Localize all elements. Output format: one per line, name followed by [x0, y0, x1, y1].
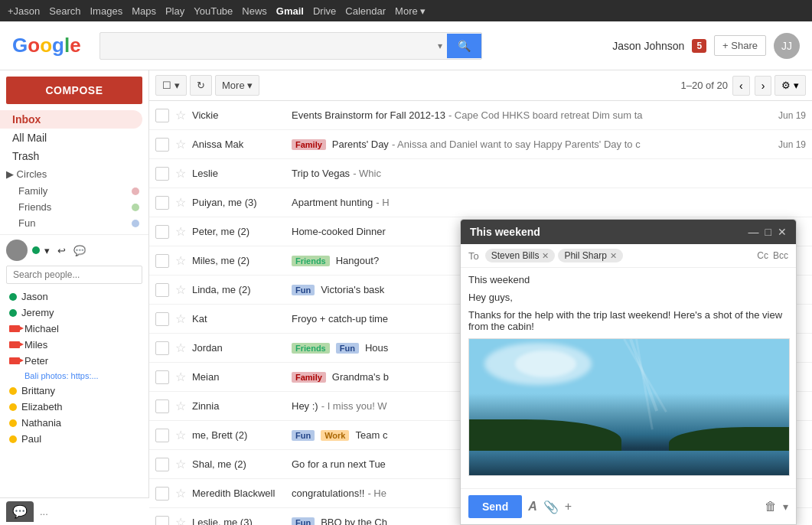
sidebar-circle-family[interactable]: Family [0, 183, 148, 199]
compose-button[interactable]: COMPOSE [6, 77, 142, 104]
nav-images[interactable]: Images [90, 5, 123, 17]
bcc-link[interactable]: Bcc [773, 250, 788, 261]
star-icon[interactable]: ☆ [175, 370, 186, 384]
star-icon[interactable]: ☆ [175, 166, 186, 181]
email-checkbox[interactable] [155, 399, 169, 413]
email-checkbox[interactable] [155, 458, 169, 471]
table-row[interactable]: ☆ Puiyan, me (3) Apartment hunting - H [149, 188, 812, 217]
email-checkbox[interactable] [155, 487, 169, 501]
insert-icon[interactable]: + [565, 500, 572, 514]
star-icon[interactable]: ☆ [175, 486, 186, 501]
search-dropdown[interactable]: ▾ [433, 41, 447, 51]
star-icon[interactable]: ☆ [175, 108, 186, 122]
nav-calendar[interactable]: Calendar [345, 5, 386, 17]
star-icon[interactable]: ☆ [175, 282, 186, 297]
share-button[interactable]: + Share [714, 35, 766, 56]
prev-page-button[interactable]: ‹ [732, 76, 750, 96]
email-checkbox[interactable] [155, 516, 169, 526]
status-arrow[interactable]: ▾ [44, 245, 50, 256]
peter-link[interactable]: Bali photos: https:... [9, 371, 139, 380]
sidebar-item-all-mail[interactable]: All Mail [0, 129, 142, 147]
email-checkbox[interactable] [155, 225, 169, 239]
star-icon[interactable]: ☆ [175, 515, 186, 525]
contact-brittany[interactable]: Brittany [6, 383, 142, 399]
more-options-button[interactable]: ▾ [783, 501, 788, 513]
sidebar-circle-friends[interactable]: Friends [0, 199, 148, 215]
email-subject: Parents' Day [332, 139, 389, 150]
search-input[interactable] [100, 33, 433, 59]
star-icon[interactable]: ☆ [175, 399, 186, 413]
contact-jason[interactable]: Jason [6, 289, 142, 305]
table-row[interactable]: ☆ Vickie Events Brainstorm for Fall 2012… [149, 101, 812, 130]
email-checkbox[interactable] [155, 138, 169, 152]
reply-icon[interactable]: ↩ [57, 245, 66, 256]
font-icon[interactable]: A [528, 500, 537, 514]
pagination-range: 1–20 of 20 [681, 80, 728, 91]
settings-button[interactable]: ⚙ ▾ [774, 75, 806, 96]
table-row[interactable]: ☆ Anissa Mak Family Parents' Day - Aniss… [149, 130, 812, 159]
nav-plus-jason[interactable]: +Jason [8, 5, 40, 17]
nav-play[interactable]: Play [165, 5, 184, 17]
contact-elizabeth[interactable]: Elizabeth [6, 399, 142, 415]
send-button[interactable]: Send [468, 495, 522, 518]
nav-gmail[interactable]: Gmail [276, 5, 304, 17]
nav-news[interactable]: News [242, 5, 267, 17]
sidebar-circle-fun[interactable]: Fun [0, 215, 148, 231]
remove-steven-button[interactable]: ✕ [542, 251, 549, 261]
star-icon[interactable]: ☆ [175, 224, 186, 239]
email-sender: Kat [192, 313, 292, 324]
sidebar-item-trash[interactable]: Trash [0, 147, 142, 165]
attach-icon[interactable]: 📎 [543, 500, 559, 514]
compose-header[interactable]: This weekend — □ ✕ [461, 220, 796, 244]
search-people-input[interactable] [6, 266, 142, 284]
remove-phil-button[interactable]: ✕ [610, 251, 617, 261]
more-actions-button[interactable]: More ▾ [215, 75, 259, 96]
star-icon[interactable]: ☆ [175, 195, 186, 210]
nav-drive[interactable]: Drive [313, 5, 336, 17]
star-icon[interactable]: ☆ [175, 137, 186, 152]
nav-more[interactable]: More ▾ [395, 5, 426, 17]
nav-youtube[interactable]: YouTube [194, 5, 233, 17]
maximize-button[interactable]: □ [765, 226, 771, 238]
star-icon[interactable]: ☆ [175, 457, 186, 471]
table-row[interactable]: ☆ Leslie Trip to Vegas - Whic [149, 159, 812, 188]
minimize-button[interactable]: — [748, 226, 759, 238]
contact-michael[interactable]: Michael [6, 321, 142, 337]
email-checkbox[interactable] [155, 283, 169, 297]
email-subject: Hey :) [292, 400, 318, 412]
chat-icon-button[interactable]: 💬 [6, 501, 34, 522]
contact-peter[interactable]: Peter Bali photos: https:... [6, 353, 142, 383]
star-icon[interactable]: ☆ [175, 311, 186, 326]
email-checkbox[interactable] [155, 429, 169, 442]
sidebar-item-inbox[interactable]: Inbox [0, 110, 142, 129]
cc-link[interactable]: Cc [757, 250, 768, 261]
email-checkbox[interactable] [155, 312, 169, 326]
star-icon[interactable]: ☆ [175, 341, 186, 355]
land-right [669, 427, 790, 454]
star-icon[interactable]: ☆ [175, 428, 186, 442]
email-checkbox[interactable] [155, 196, 169, 210]
contact-paul[interactable]: Paul [6, 431, 142, 447]
select-all-button[interactable]: ☐ ▾ [155, 75, 187, 96]
more-chat-button[interactable]: ... [40, 506, 48, 517]
contact-miles[interactable]: Miles [6, 337, 142, 353]
nav-search[interactable]: Search [49, 5, 80, 17]
search-button[interactable]: 🔍 [447, 34, 481, 58]
email-checkbox[interactable] [155, 370, 169, 384]
email-checkbox[interactable] [155, 341, 169, 355]
delete-button[interactable]: 🗑 [765, 500, 777, 514]
close-compose-button[interactable]: ✕ [778, 226, 787, 238]
refresh-button[interactable]: ↻ [190, 75, 212, 96]
star-icon[interactable]: ☆ [175, 253, 186, 268]
circles-section[interactable]: ▶ Circles [0, 165, 148, 183]
nav-maps[interactable]: Maps [132, 5, 156, 17]
to-input[interactable] [626, 250, 755, 262]
email-checkbox[interactable] [155, 167, 169, 181]
next-page-button[interactable]: › [755, 76, 772, 96]
contact-nathania[interactable]: Nathania [6, 415, 142, 431]
email-checkbox[interactable] [155, 109, 169, 122]
email-checkbox[interactable] [155, 254, 169, 268]
contact-jeremy[interactable]: Jeremy [6, 305, 142, 321]
compose-body[interactable]: This weekend Hey guys, Thanks for the he… [461, 268, 796, 489]
chat-bubble-icon[interactable]: 💬 [73, 245, 86, 256]
